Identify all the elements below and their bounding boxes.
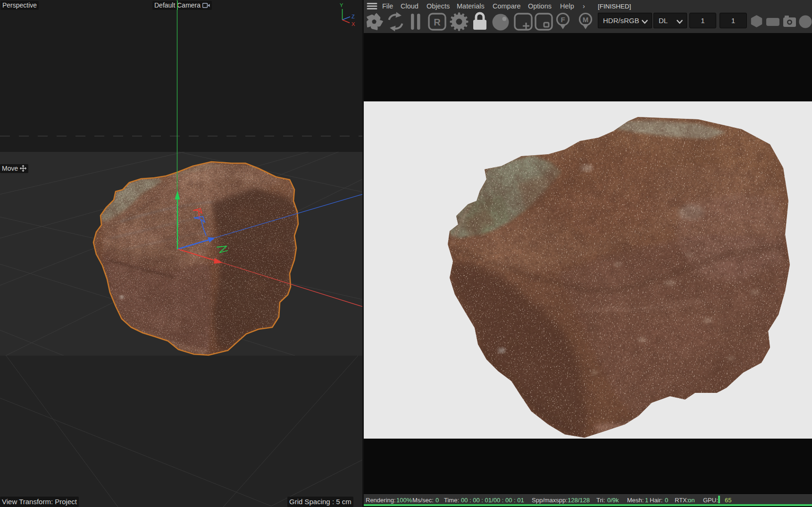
svg-text:F: F [561,16,565,24]
svg-text:Z: Z [352,14,355,19]
svg-text:Y: Y [340,2,343,8]
svg-text:R: R [434,17,441,27]
svg-text:M: M [583,16,589,24]
svg-text:X: X [352,21,355,27]
